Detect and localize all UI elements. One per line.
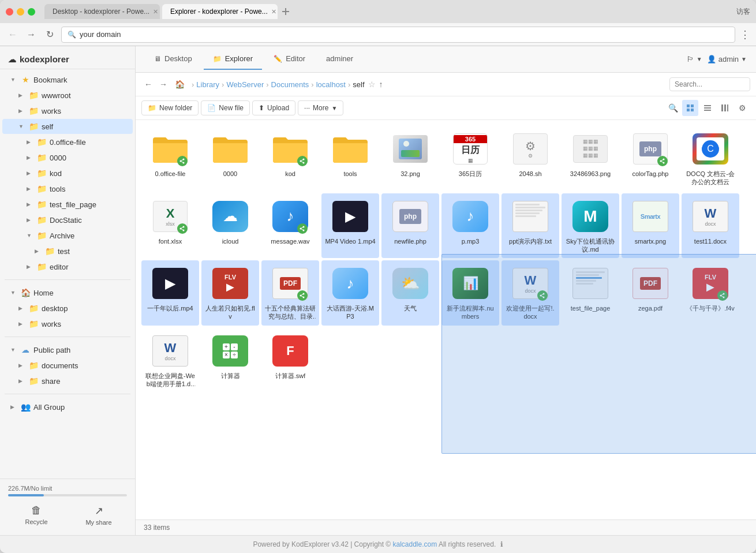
search-view-button[interactable]: 🔍 xyxy=(665,100,681,116)
sidebar-item-all-group[interactable]: ▶ 👥 All Group xyxy=(2,399,133,414)
sidebar-item-test-file-page[interactable]: ▶ 📁 test_file_page xyxy=(2,197,133,212)
editor-icon: 📁 xyxy=(37,262,46,271)
file-item-kod[interactable]: kod xyxy=(261,126,319,191)
tab1-close[interactable]: ✕ xyxy=(153,8,158,16)
minimize-button[interactable] xyxy=(17,8,24,16)
sidebar-item-works2[interactable]: ▶ 📁 works xyxy=(2,316,133,331)
breadcrumb-item-webserver[interactable]: WebServer xyxy=(226,80,264,89)
file-search-input[interactable] xyxy=(669,77,750,91)
tab-adminer[interactable]: adminer xyxy=(317,48,362,70)
close-button[interactable] xyxy=(6,8,13,16)
file-item-hysydocx[interactable]: W docx 欢迎使用一起写!.docx xyxy=(501,260,559,326)
address-bar[interactable]: 🔍 your domain xyxy=(61,27,735,43)
new-folder-button[interactable]: 📁 New folder xyxy=(141,100,199,115)
file-item-skymd[interactable]: M Sky下位机通讯协议.md xyxy=(562,193,619,259)
file-item-0000[interactable]: 0000 xyxy=(201,126,259,191)
breadcrumb-item-documents[interactable]: Documents xyxy=(271,80,309,89)
breadcrumb-item-localhost[interactable]: localhost xyxy=(316,80,346,89)
sidebar-item-0office[interactable]: ▶ 📁 0.office-file xyxy=(2,134,133,150)
file-item-jisuanqiswf[interactable]: F 计算器.swf xyxy=(261,328,319,393)
user-button[interactable]: 👤 admin ▼ xyxy=(707,55,747,63)
file-item-pmp3[interactable]: ♪ p.mp3 xyxy=(441,193,499,259)
refresh-button[interactable]: ↻ xyxy=(43,28,57,42)
file-item-numbers[interactable]: 📊 新手流程脚本.numbers xyxy=(441,260,499,326)
share-badge-15pdf xyxy=(297,290,308,301)
sidebar-item-0000[interactable]: ▶ 📁 0000 xyxy=(2,150,133,165)
file-item-qyqxflv[interactable]: FLV ▶ 《千与千寻》.f4v xyxy=(682,260,739,326)
sidebar-item-tools[interactable]: ▶ 📁 tools xyxy=(2,181,133,196)
new-tab-button[interactable] xyxy=(280,6,291,17)
file-item-mp4video[interactable]: ▶ MP4 Video 1.mp4 xyxy=(321,193,379,259)
sidebar-item-documents[interactable]: ▶ 📁 documents xyxy=(2,358,133,373)
more-button[interactable]: ··· More ▼ xyxy=(298,100,343,115)
file-item-365[interactable]: 365 日历 ▦ 365日历 xyxy=(441,126,499,191)
browser-menu-button[interactable]: ⋮ xyxy=(740,28,750,41)
tab-explorer[interactable]: 📁 Explorer xyxy=(204,48,262,70)
file-icon-smartxpng: Smartx xyxy=(632,198,669,235)
tab-desktop[interactable]: 🖥 Desktop xyxy=(145,48,201,70)
file-name-0office: 0.office-file xyxy=(155,170,186,178)
back-button[interactable]: ← xyxy=(6,28,20,42)
maximize-button[interactable] xyxy=(28,8,35,16)
sidebar-item-share[interactable]: ▶ 📁 share xyxy=(2,373,133,388)
new-file-button[interactable]: 📄 New file xyxy=(201,100,250,115)
sidebar-item-public-path[interactable]: ▼ ☁ Public path xyxy=(2,342,133,357)
breadcrumb-item-library[interactable]: Library xyxy=(196,80,219,89)
sidebar-item-archive[interactable]: ▼ 📁 Archive xyxy=(2,228,133,243)
sidebar-item-editor[interactable]: ▶ 📁 editor xyxy=(2,259,133,274)
sidebar-item-kod[interactable]: ▶ 📁 kod xyxy=(2,166,133,181)
list-view-button[interactable] xyxy=(699,100,716,116)
breadcrumb-forward-button[interactable]: → xyxy=(156,77,170,91)
file-item-testfilepage[interactable]: test_file_page xyxy=(562,260,619,326)
up-button[interactable]: ↑ xyxy=(379,80,383,89)
sidebar-item-works[interactable]: ▶ 📁 works xyxy=(2,103,133,118)
file-item-2048sh[interactable]: ⚙ ⚙ 2048.sh xyxy=(501,126,559,191)
file-item-tools[interactable]: tools xyxy=(321,126,379,191)
file-item-15pdf[interactable]: PDF 十五个经典算法研究与总结、目录+索.p xyxy=(261,260,319,326)
detail-view-button[interactable] xyxy=(717,100,733,116)
file-item-jisuanqi[interactable]: + - × ÷ 计算器 xyxy=(201,328,259,393)
browser-tab-2[interactable]: Explorer - kodexplorer - Powe... ✕ xyxy=(162,4,278,19)
file-item-docq[interactable]: C DOCQ 文档云-会办公的文档云 xyxy=(682,126,739,191)
file-item-tianqi[interactable]: ⛅ 天气 xyxy=(381,260,439,326)
file-item-zegapdf[interactable]: PDF zega.pdf xyxy=(622,260,679,326)
breadcrumb-nav: ← → 🏠 xyxy=(141,77,188,91)
file-item-newfilephp[interactable]: php newfile.php xyxy=(381,193,439,259)
flag-button[interactable]: 🏳 ▼ xyxy=(687,55,702,63)
sidebar-item-wwwroot[interactable]: ▶ 📁 wwwroot xyxy=(2,88,133,103)
my-share-button[interactable]: ↗ My share xyxy=(70,501,127,529)
file-item-test11docx[interactable]: W docx test11.docx xyxy=(682,193,739,259)
file-item-colortag[interactable]: php colorTag.php xyxy=(622,126,679,191)
file-item-smartxpng[interactable]: Smartx smartx.png xyxy=(622,193,679,259)
sidebar-item-desktop[interactable]: ▶ 📁 desktop xyxy=(2,301,133,316)
sidebar-item-home[interactable]: ▼ 🏠 Home xyxy=(2,285,133,300)
browser-tab-1[interactable]: Desktop - kodexplorer - Powe... ✕ xyxy=(44,4,160,19)
file-item-0office[interactable]: 0.office-file xyxy=(141,126,199,191)
file-item-dhxy[interactable]: ♪ 大话西游-天浴.MP3 xyxy=(321,260,379,326)
file-item-icloud[interactable]: ☁ icloud xyxy=(201,193,259,259)
tab-editor[interactable]: ✏️ Editor xyxy=(264,48,315,70)
file-item-ppttxt[interactable]: ppt演示内容.txt xyxy=(501,193,559,259)
sidebar-item-bookmark[interactable]: ▼ ★ Bookmark xyxy=(2,72,133,87)
file-icon-icloud: ☁ xyxy=(212,198,249,235)
settings-view-button[interactable]: ⚙ xyxy=(734,100,750,116)
file-item-fontxlsx[interactable]: X xlsx font.xlsx xyxy=(141,193,199,259)
file-item-32png[interactable]: 32.png xyxy=(381,126,439,191)
favorite-button[interactable]: ☆ xyxy=(368,80,376,89)
footer-link[interactable]: kalcaddle.com xyxy=(392,540,437,548)
forward-button[interactable]: → xyxy=(24,28,38,42)
breadcrumb-back-button[interactable]: ← xyxy=(141,77,155,91)
tab2-close[interactable]: ✕ xyxy=(271,8,276,16)
file-item-lianxiang[interactable]: W docx 联想企业网盘-Web端使用手册1.docx xyxy=(141,328,199,393)
file-item-32486963[interactable]: ▦▦▦▦▦▦▦▦▦ 32486963.png xyxy=(562,126,619,191)
grid-view-button[interactable] xyxy=(682,100,698,116)
file-item-yqnmp4[interactable]: ▶ 一千年以后.mp4 xyxy=(141,260,199,326)
file-item-rsflv[interactable]: FLV ▶ 人生若只如初见.flv xyxy=(201,260,259,326)
recycle-button[interactable]: 🗑 Recycle xyxy=(8,501,65,529)
upload-button[interactable]: ⬆ Upload xyxy=(252,100,295,115)
sidebar-item-docstatic[interactable]: ▶ 📁 DocStatic xyxy=(2,212,133,227)
file-item-messagewav[interactable]: ♪ message.wav xyxy=(261,193,319,259)
breadcrumb-home-button[interactable]: 🏠 xyxy=(171,78,188,91)
sidebar-item-self[interactable]: ▼ 📁 self xyxy=(2,119,133,134)
sidebar-item-test[interactable]: ▶ 📁 test xyxy=(2,244,133,259)
